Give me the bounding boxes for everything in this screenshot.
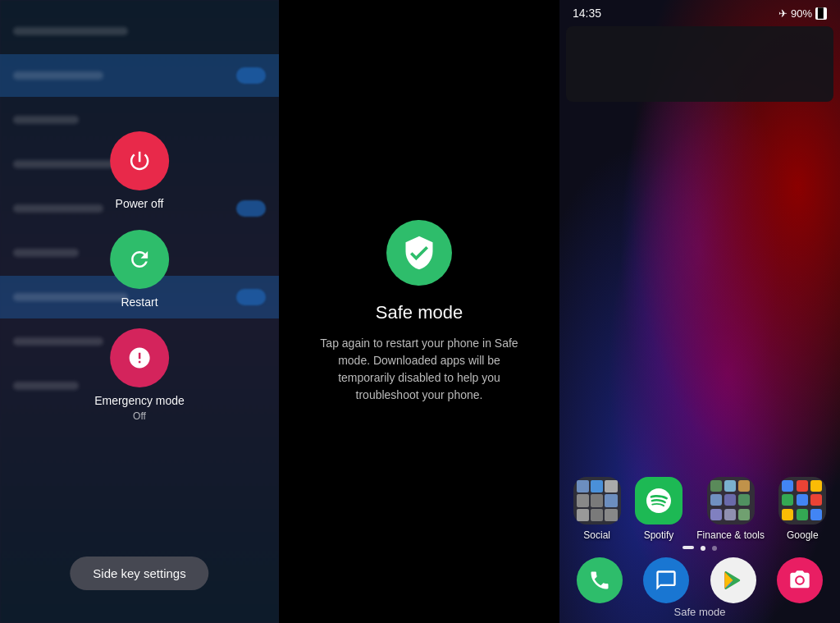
dock-camera[interactable] — [777, 557, 823, 603]
status-time: 14:35 — [573, 7, 601, 20]
power-off-icon — [110, 131, 169, 190]
app-item-google[interactable]: Google — [778, 477, 826, 541]
emergency-icon — [110, 328, 169, 387]
power-off-label: Power off — [116, 197, 164, 210]
spotify-icon — [635, 477, 682, 525]
battery-percentage: 90% — [791, 7, 812, 20]
spotify-label: Spotify — [644, 529, 674, 541]
dock — [559, 557, 840, 603]
app-item-spotify[interactable]: Spotify — [635, 477, 682, 541]
finance-label: Finance & tools — [696, 529, 765, 541]
social-label: Social — [583, 529, 610, 541]
airplane-icon: ✈ — [778, 7, 788, 20]
dock-messages[interactable] — [643, 557, 689, 603]
finance-icon — [707, 477, 755, 525]
row-text — [13, 71, 103, 80]
safe-mode-description: Tap again to restart your phone in Safe … — [308, 335, 530, 404]
emergency-label: Emergency mode — [94, 394, 185, 407]
toggle — [236, 289, 266, 305]
safe-mode-bottom-label: Safe mode — [559, 606, 840, 618]
emergency-sublabel: Off — [133, 410, 146, 422]
middle-panel: Safe mode Tap again to restart your phon… — [279, 0, 559, 623]
google-label: Google — [787, 529, 819, 541]
toggle — [236, 67, 266, 84]
power-menu: Power off Restart Emergency mode Off — [94, 131, 185, 422]
app-grid: Social Spotify — [559, 477, 840, 541]
row-text — [13, 116, 79, 124]
settings-row — [0, 10, 279, 53]
page-dot-active — [701, 546, 705, 551]
dock-phone[interactable] — [577, 557, 623, 603]
page-dot-inactive — [712, 546, 717, 551]
app-item-social[interactable]: Social — [573, 477, 621, 541]
google-icon — [778, 477, 826, 525]
row-text — [13, 382, 79, 390]
emergency-mode-button[interactable]: Emergency mode Off — [94, 328, 185, 422]
status-bar: 14:35 ✈ 90% ▊ — [559, 0, 840, 26]
dock-play-store[interactable] — [710, 557, 756, 603]
page-dots — [559, 546, 840, 551]
safe-mode-title: Safe mode — [376, 302, 463, 323]
left-panel: Power off Restart Emergency mode Off Sid… — [0, 0, 279, 623]
safe-mode-icon[interactable] — [386, 220, 452, 286]
app-item-finance[interactable]: Finance & tools — [696, 477, 765, 541]
power-off-button[interactable]: Power off — [110, 131, 169, 210]
page-dot-lines — [682, 546, 694, 549]
notification-area — [566, 26, 833, 102]
restart-icon — [110, 230, 169, 289]
row-text — [13, 249, 79, 257]
side-key-settings-button[interactable]: Side key settings — [70, 557, 208, 590]
row-text — [13, 204, 103, 213]
settings-row-highlighted — [0, 54, 279, 97]
restart-button[interactable]: Restart — [110, 230, 169, 309]
row-text — [13, 27, 128, 35]
phone-screen: 14:35 ✈ 90% ▊ — [559, 0, 840, 623]
toggle — [236, 200, 266, 217]
battery-icon: ▊ — [815, 7, 827, 20]
restart-label: Restart — [121, 295, 158, 309]
status-icons: ✈ 90% ▊ — [778, 7, 827, 20]
social-icon — [573, 477, 621, 525]
row-text — [13, 337, 103, 346]
